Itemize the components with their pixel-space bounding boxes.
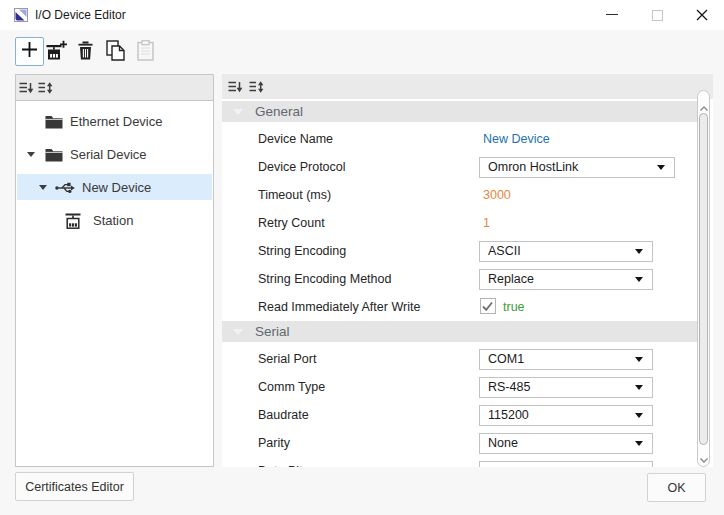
scroll-up-icon[interactable]: [698, 99, 710, 117]
read-immediately-after-write-checkbox[interactable]: [480, 298, 496, 314]
property-label: Parity: [258, 429, 290, 457]
section-collapse-icon: [233, 329, 243, 335]
section-title: Serial: [255, 321, 290, 342]
paste-button[interactable]: [133, 40, 157, 64]
tree-item-station[interactable]: Station: [16, 204, 213, 237]
collapse-all-icon[interactable]: [19, 81, 34, 99]
minimize-button[interactable]: [597, 0, 627, 30]
copy-icon: [106, 40, 125, 65]
copy-button[interactable]: [103, 40, 127, 64]
section-header-serial[interactable]: Serial: [222, 321, 697, 342]
checkbox-value-label: true: [503, 293, 525, 321]
property-row-read-immediately-after-write: Read Immediately After Writetrue: [222, 293, 697, 321]
timeout-ms-value[interactable]: 3000: [483, 181, 511, 209]
parity-dropdown[interactable]: None: [479, 433, 653, 454]
section-title: General: [255, 101, 303, 122]
add-station-button[interactable]: [45, 40, 69, 64]
certificates-editor-button[interactable]: Certificates Editor: [15, 472, 134, 501]
folder-icon: [45, 138, 63, 171]
dropdown-value: ASCII: [488, 242, 521, 261]
property-row-device-name: Device NameNew Device: [222, 125, 697, 153]
delete-button[interactable]: [73, 40, 97, 64]
expander-arrow-icon[interactable]: [27, 152, 35, 157]
property-label: Baudrate: [258, 401, 309, 429]
property-row-baudrate: Baudrate115200: [222, 401, 697, 429]
property-row-string-encoding-method: String Encoding MethodReplace: [222, 265, 697, 293]
chevron-down-icon: [635, 441, 643, 446]
baudrate-dropdown[interactable]: 115200: [479, 405, 653, 426]
serial-port-dropdown[interactable]: COM1: [479, 349, 653, 370]
property-label: String Encoding Method: [258, 265, 391, 293]
property-label: Retry Count: [258, 209, 325, 237]
maximize-button[interactable]: [642, 0, 672, 30]
tree-item-label: Serial Device: [70, 138, 147, 171]
property-row-parity: ParityNone: [222, 429, 697, 457]
usb-icon: [55, 171, 75, 204]
scroll-down-icon[interactable]: [698, 451, 710, 469]
chevron-down-icon: [635, 249, 643, 254]
scrollbar-thumb[interactable]: [699, 113, 708, 445]
device-tree-panel: Ethernet DeviceSerial DeviceNew DeviceSt…: [15, 74, 214, 467]
app-icon: [14, 8, 28, 22]
data-bits-dropdown[interactable]: [479, 461, 653, 467]
property-label: Comm Type: [258, 373, 325, 401]
device-protocol-dropdown[interactable]: Omron HostLink: [479, 157, 675, 178]
chevron-down-icon: [657, 165, 665, 170]
property-row-retry-count: Retry Count1: [222, 209, 697, 237]
chevron-down-icon: [635, 357, 643, 362]
property-row-string-encoding: String EncodingASCII: [222, 237, 697, 265]
tree-item-label: Station: [93, 204, 133, 237]
station-icon: [65, 204, 81, 237]
close-button[interactable]: [687, 0, 717, 30]
title-bar: I/O Device Editor: [0, 0, 724, 30]
device-name-value[interactable]: New Device: [483, 125, 550, 153]
tree-item-ethernet-device[interactable]: Ethernet Device: [16, 105, 213, 138]
device-tree: Ethernet DeviceSerial DeviceNew DeviceSt…: [16, 105, 213, 466]
trash-icon: [77, 41, 94, 64]
paste-icon: [137, 40, 154, 65]
property-label: Timeout (ms): [258, 181, 331, 209]
chevron-down-icon: [635, 385, 643, 390]
property-label: Data Bits: [258, 457, 309, 467]
dropdown-value: RS-485: [488, 378, 530, 397]
property-label: Device Protocol: [258, 153, 346, 181]
window-title: I/O Device Editor: [35, 0, 126, 30]
property-row-device-protocol: Device ProtocolOmron HostLink: [222, 153, 697, 181]
dropdown-value: Replace: [488, 270, 534, 289]
property-label: Serial Port: [258, 345, 316, 373]
property-label: Read Immediately After Write: [258, 293, 420, 321]
retry-count-value[interactable]: 1: [483, 209, 490, 237]
tree-item-label: Ethernet Device: [70, 105, 163, 138]
chevron-down-icon: [635, 413, 643, 418]
properties-panel-header: [222, 74, 713, 99]
collapse-all-icon[interactable]: [228, 80, 243, 98]
tree-item-serial-device[interactable]: Serial Device: [16, 138, 213, 171]
dropdown-value: Omron HostLink: [488, 158, 578, 177]
string-encoding-method-dropdown[interactable]: Replace: [479, 269, 653, 290]
add-station-icon: [46, 40, 68, 65]
property-row-timeout-ms: Timeout (ms)3000: [222, 181, 697, 209]
property-row-serial-port: Serial PortCOM1: [222, 345, 697, 373]
comm-type-dropdown[interactable]: RS-485: [479, 377, 653, 398]
folder-icon: [45, 105, 63, 138]
dropdown-value: None: [488, 434, 518, 453]
string-encoding-dropdown[interactable]: ASCII: [479, 241, 653, 262]
plus-icon: [21, 41, 38, 62]
section-collapse-icon: [233, 109, 243, 115]
expand-all-icon[interactable]: [38, 81, 53, 99]
expand-all-icon[interactable]: [249, 80, 264, 98]
properties-panel: GeneralDevice NameNew DeviceDevice Proto…: [222, 74, 713, 467]
add-device-button[interactable]: [15, 37, 44, 66]
property-label: String Encoding: [258, 237, 346, 265]
ok-button[interactable]: OK: [647, 473, 706, 502]
tree-item-label: New Device: [82, 171, 151, 204]
properties-content: GeneralDevice NameNew DeviceDevice Proto…: [222, 99, 697, 467]
section-header-general[interactable]: General: [222, 101, 697, 122]
tree-panel-header: [16, 75, 213, 101]
vertical-scrollbar: [697, 74, 713, 467]
dropdown-value: 115200: [488, 406, 529, 425]
tree-item-new-device[interactable]: New Device: [16, 171, 213, 204]
dropdown-value: COM1: [488, 350, 524, 369]
expander-arrow-icon[interactable]: [39, 185, 47, 190]
property-row-comm-type: Comm TypeRS-485: [222, 373, 697, 401]
